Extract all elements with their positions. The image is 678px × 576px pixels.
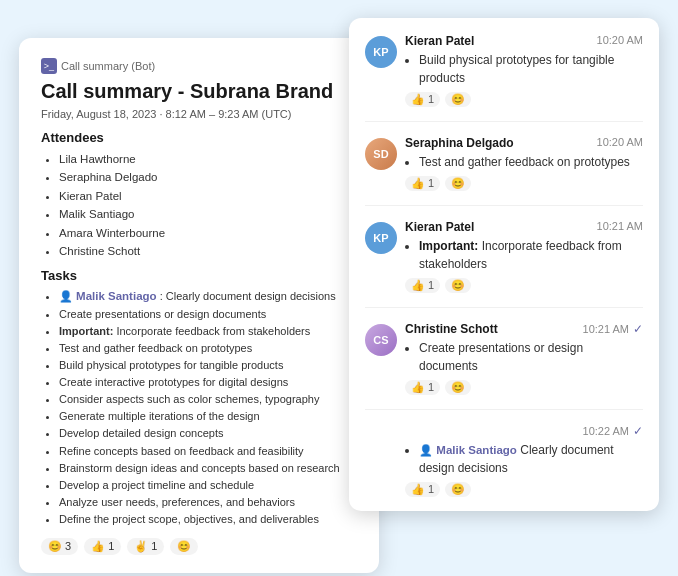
sender-name: Kieran Patel <box>405 34 474 48</box>
list-item: Create presentations or design documents <box>59 306 357 323</box>
list-item: Build physical prototypes for tangible p… <box>59 357 357 374</box>
list-item: Brainstorm design ideas and concepts bas… <box>59 460 357 477</box>
list-item: Seraphina Delgado <box>59 168 357 186</box>
message-content: Create presentations or design documents <box>405 339 643 375</box>
attendees-list: Lila Hawthorne Seraphina Delgado Kieran … <box>41 150 357 260</box>
message-reactions: 👍 1 😊 <box>405 278 643 293</box>
list-item: Lila Hawthorne <box>59 150 357 168</box>
message-body: 10:22 AM ✓ 👤 Malik Santiago Clearly docu… <box>405 424 643 497</box>
reaction-pill[interactable]: 😊 3 <box>41 538 78 555</box>
message-header: Christine Schott 10:21 AM ✓ <box>405 322 643 336</box>
chat-message: KP Kieran Patel 10:20 AM Build physical … <box>365 34 643 122</box>
reaction-pill[interactable]: 👍 1 <box>405 176 440 191</box>
sender-name: Kieran Patel <box>405 220 474 234</box>
left-card: >_ Call summary (Bot) Call summary - Sub… <box>19 38 379 573</box>
message-body: Seraphina Delgado 10:20 AM Test and gath… <box>405 136 643 191</box>
message-content: 👤 Malik Santiago Clearly document design… <box>405 441 643 477</box>
message-body: Kieran Patel 10:21 AM Important: Incorpo… <box>405 220 643 293</box>
message-body: Kieran Patel 10:20 AM Build physical pro… <box>405 34 643 107</box>
sender-name: Seraphina Delgado <box>405 136 514 150</box>
message-time: 10:22 AM <box>583 425 629 437</box>
reaction-pill[interactable]: 😊 <box>445 92 471 107</box>
tasks-section-title: Tasks <box>41 268 357 283</box>
list-item: Define the project scope, objectives, an… <box>59 511 357 528</box>
read-checkmark: ✓ <box>633 322 643 336</box>
list-item: Develop a project timeline and schedule <box>59 477 357 494</box>
list-item: 👤 Malik Santiago Clearly document design… <box>419 441 643 477</box>
list-item: Refine concepts based on feedback and fe… <box>59 443 357 460</box>
list-item: Amara Winterbourne <box>59 224 357 242</box>
date-line: Friday, August 18, 2023 · 8:12 AM – 9:23… <box>41 108 357 120</box>
attendees-section-title: Attendees <box>41 130 357 145</box>
message-reactions: 👍 1 😊 <box>405 482 643 497</box>
list-item: Consider aspects such as color schemes, … <box>59 391 357 408</box>
reaction-pill[interactable]: 👍 1 <box>84 538 121 555</box>
avatar: SD <box>365 138 397 170</box>
bot-icon: >_ <box>41 58 57 74</box>
reaction-pill[interactable]: 😊 <box>445 482 471 497</box>
list-item: Kieran Patel <box>59 187 357 205</box>
list-item: Test and gather feedback on prototypes <box>59 340 357 357</box>
reaction-pill[interactable]: 👍 1 <box>405 380 440 395</box>
avatar: CS <box>365 324 397 356</box>
list-item: Generate multiple iterations of the desi… <box>59 408 357 425</box>
reaction-pill[interactable]: 👍 1 <box>405 278 440 293</box>
time-check: 10:22 AM ✓ <box>575 424 643 438</box>
call-summary-title: Call summary - Subrana Brand <box>41 78 357 104</box>
reaction-pill[interactable]: 👍 1 <box>405 92 440 107</box>
message-time: 10:21 AM <box>597 220 643 232</box>
message-reactions: 👍 1 😊 <box>405 176 643 191</box>
tasks-list: 👤 Malik Santiago : Clearly document desi… <box>41 288 357 527</box>
bot-label: >_ Call summary (Bot) <box>41 58 357 74</box>
avatar: KP <box>365 222 397 254</box>
list-item: Create presentations or design documents <box>419 339 643 375</box>
list-item: Build physical prototypes for tangible p… <box>419 51 643 87</box>
reaction-pill[interactable]: 😊 <box>445 176 471 191</box>
message-reactions: 👍 1 😊 <box>405 380 643 395</box>
right-card: KP Kieran Patel 10:20 AM Build physical … <box>349 18 659 511</box>
list-item: Test and gather feedback on prototypes <box>419 153 643 171</box>
message-content: Important: Incorporate feedback from sta… <box>405 237 643 273</box>
reaction-pill[interactable]: 👍 1 <box>405 482 440 497</box>
reaction-pill[interactable]: ✌️ 1 <box>127 538 164 555</box>
message-time: 10:21 AM <box>583 323 629 335</box>
reaction-pill[interactable]: 😊 <box>445 380 471 395</box>
chat-message: 10:22 AM ✓ 👤 Malik Santiago Clearly docu… <box>365 424 643 497</box>
message-content: Build physical prototypes for tangible p… <box>405 51 643 87</box>
list-item: 👤 Malik Santiago : Clearly document desi… <box>59 288 357 306</box>
list-item: Important: Incorporate feedback from sta… <box>59 323 357 340</box>
sender-name: Christine Schott <box>405 322 498 336</box>
list-item: Christine Schott <box>59 242 357 260</box>
message-header: Seraphina Delgado 10:20 AM <box>405 136 643 150</box>
message-header: Kieran Patel 10:20 AM <box>405 34 643 48</box>
message-content: Test and gather feedback on prototypes <box>405 153 643 171</box>
message-header: 10:22 AM ✓ <box>405 424 643 438</box>
message-time: 10:20 AM <box>597 136 643 148</box>
chat-message: KP Kieran Patel 10:21 AM Important: Inco… <box>365 220 643 308</box>
list-item: Analyze user needs, preferences, and beh… <box>59 494 357 511</box>
time-check: 10:21 AM ✓ <box>575 322 643 336</box>
list-item: Malik Santiago <box>59 205 357 223</box>
list-item: Create interactive prototypes for digita… <box>59 374 357 391</box>
list-item: Develop detailed design concepts <box>59 425 357 442</box>
chat-message: SD Seraphina Delgado 10:20 AM Test and g… <box>365 136 643 206</box>
avatar: KP <box>365 36 397 68</box>
message-body: Christine Schott 10:21 AM ✓ Create prese… <box>405 322 643 395</box>
message-time: 10:20 AM <box>597 34 643 46</box>
reaction-add[interactable]: 😊 <box>170 538 198 555</box>
message-header: Kieran Patel 10:21 AM <box>405 220 643 234</box>
chat-message: CS Christine Schott 10:21 AM ✓ Create pr… <box>365 322 643 410</box>
read-checkmark: ✓ <box>633 424 643 438</box>
reaction-pill[interactable]: 😊 <box>445 278 471 293</box>
list-item: Important: Incorporate feedback from sta… <box>419 237 643 273</box>
message-reactions: 👍 1 😊 <box>405 92 643 107</box>
card-reactions: 😊 3 👍 1 ✌️ 1 😊 <box>41 538 357 555</box>
